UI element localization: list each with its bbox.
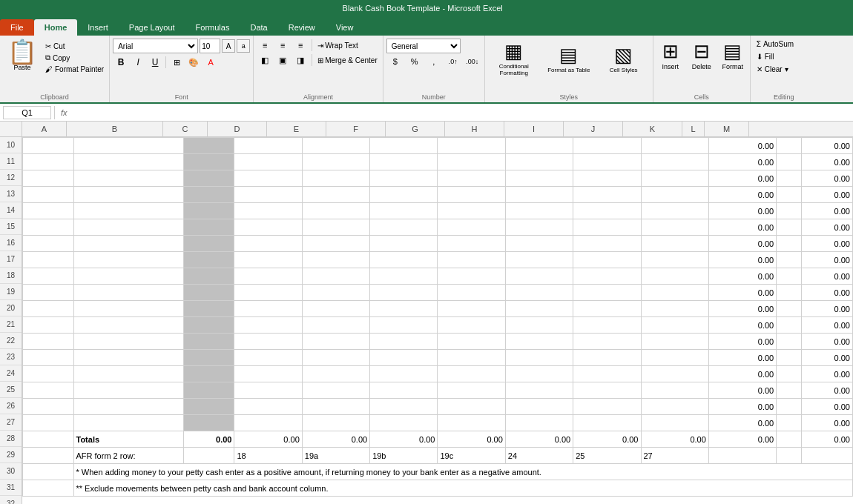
borders-button[interactable]: ⊞: [168, 55, 185, 70]
dec-dec-button[interactable]: .00↓: [464, 55, 481, 68]
cell-M30[interactable]: [802, 448, 853, 464]
table-row[interactable]: 0.000.00: [23, 334, 853, 350]
cell-H30[interactable]: 24: [505, 448, 573, 464]
col-header-K[interactable]: K: [623, 122, 682, 136]
cut-button[interactable]: ✂ Cut: [43, 42, 106, 51]
table-row[interactable]: 0.000.00: [23, 219, 853, 236]
cell-B30[interactable]: AFR form 2 row:: [73, 448, 183, 464]
table-row[interactable]: 0.00 0.00: [23, 154, 853, 170]
col-header-A[interactable]: A: [22, 122, 67, 136]
formula-input[interactable]: [73, 106, 850, 119]
cell-I10[interactable]: [573, 138, 641, 154]
merge-center-button[interactable]: ⊞ Merge & Center: [315, 56, 380, 65]
insert-cells-button[interactable]: ⊞ Insert: [656, 39, 685, 72]
font-size-decrease-button[interactable]: a: [237, 39, 250, 53]
afr-row[interactable]: AFR form 2 row: 18 19a 19b 19c 24 25 27: [23, 448, 853, 464]
table-row[interactable]: 0.000.00: [23, 415, 853, 431]
tab-formulas[interactable]: Formulas: [185, 19, 240, 36]
cell-A10[interactable]: [23, 138, 74, 154]
cell-C11[interactable]: [183, 154, 234, 170]
table-row[interactable]: 0.000.00: [23, 236, 853, 252]
cell-G11[interactable]: [438, 154, 505, 170]
cell-E29[interactable]: 0.00: [302, 431, 369, 448]
dollar-button[interactable]: $: [386, 55, 404, 68]
table-row[interactable]: 0.000.00: [23, 317, 853, 334]
table-row[interactable]: 0.000.00: [23, 170, 853, 187]
cell-J29[interactable]: 0.00: [641, 431, 708, 448]
cell-H10[interactable]: [505, 138, 573, 154]
tab-file[interactable]: File: [0, 19, 34, 36]
autosum-button[interactable]: Σ AutoSum: [754, 39, 814, 50]
copy-button[interactable]: ⧉ Copy: [43, 53, 106, 63]
table-row[interactable]: 0.000.00: [23, 285, 853, 301]
cell-B10[interactable]: [73, 138, 183, 154]
tab-data[interactable]: Data: [240, 19, 277, 36]
format-painter-button[interactable]: 🖌 Format Painter: [43, 64, 106, 74]
cell-K30[interactable]: [708, 448, 776, 464]
cell-F11[interactable]: [370, 154, 438, 170]
cell-B11[interactable]: [73, 154, 183, 170]
comma-button[interactable]: ,: [425, 55, 443, 68]
cell-A30[interactable]: [23, 448, 74, 464]
cell-H11[interactable]: [505, 154, 573, 170]
col-header-F[interactable]: F: [326, 122, 386, 136]
tab-insert[interactable]: Insert: [77, 19, 119, 36]
format-cells-button[interactable]: ▤ Format: [719, 39, 747, 72]
cell-C29[interactable]: 0.00: [183, 431, 234, 448]
col-header-L[interactable]: L: [682, 122, 705, 136]
cell-G29[interactable]: 0.00: [438, 431, 505, 448]
cell-A11[interactable]: [23, 154, 74, 170]
col-header-J[interactable]: J: [564, 122, 623, 136]
bold-button[interactable]: B: [113, 55, 129, 70]
conditional-formatting-button[interactable]: ▦ Conditional Formatting: [488, 39, 540, 78]
clear-button[interactable]: ✕ Clear ▾: [754, 64, 814, 75]
paste-button[interactable]: 📋 Paste: [3, 39, 42, 73]
percent-button[interactable]: %: [406, 55, 424, 68]
cell-K11[interactable]: 0.00: [708, 154, 776, 170]
align-top-center-button[interactable]: ≡: [274, 39, 291, 52]
wrap-text-button[interactable]: ⇥ Wrap Text: [315, 41, 360, 50]
cell-F29[interactable]: 0.00: [370, 431, 438, 448]
col-header-B[interactable]: B: [67, 122, 163, 136]
cell-J30[interactable]: 27: [641, 448, 708, 464]
fill-button[interactable]: ⬇ Fill: [754, 51, 814, 62]
table-row[interactable]: 0.000.00: [23, 399, 853, 415]
tab-home[interactable]: Home: [34, 19, 78, 36]
font-size-input[interactable]: [200, 39, 220, 53]
table-row[interactable]: 0.000.00: [23, 187, 853, 203]
cell-D10[interactable]: [234, 138, 302, 154]
dec-inc-button[interactable]: .0↑: [444, 55, 462, 68]
table-row[interactable]: 0.000.00: [23, 268, 853, 285]
cell-I29[interactable]: 0.00: [573, 431, 641, 448]
cell-K10[interactable]: 0.00: [708, 138, 776, 154]
col-header-I[interactable]: I: [504, 122, 564, 136]
font-name-select[interactable]: Arial: [113, 39, 198, 53]
cell-M29[interactable]: 0.00: [802, 431, 853, 448]
tab-review[interactable]: Review: [278, 19, 326, 36]
col-header-H[interactable]: H: [445, 122, 504, 136]
align-center-button[interactable]: ▣: [274, 53, 291, 67]
cell-C30[interactable]: [183, 448, 234, 464]
col-header-C[interactable]: C: [163, 122, 208, 136]
cell-L29[interactable]: [777, 431, 802, 448]
cell-F10[interactable]: [370, 138, 438, 154]
col-header-M[interactable]: M: [705, 122, 749, 136]
table-row[interactable]: 0.000.00: [23, 382, 853, 399]
delete-cells-button[interactable]: ⊟ Delete: [688, 39, 716, 72]
col-header-G[interactable]: G: [386, 122, 445, 136]
cell-F30[interactable]: 19b: [370, 448, 438, 464]
font-size-increase-button[interactable]: A: [222, 39, 235, 53]
cell-J11[interactable]: [641, 154, 708, 170]
align-left-button[interactable]: ◧: [257, 53, 273, 67]
cell-D30[interactable]: 18: [234, 448, 302, 464]
cell-L11[interactable]: [777, 154, 802, 170]
number-format-select[interactable]: General: [386, 39, 461, 53]
table-row[interactable]: 0.000.00: [23, 203, 853, 219]
totals-row[interactable]: Totals 0.00 0.00 0.00 0.00 0.00 0.00 0.0…: [23, 431, 853, 448]
align-top-left-button[interactable]: ≡: [257, 39, 273, 52]
align-top-right-button[interactable]: ≡: [292, 39, 309, 52]
cell-L10[interactable]: [777, 138, 802, 154]
table-row[interactable]: 0.000.00: [23, 350, 853, 366]
cell-G30[interactable]: 19c: [438, 448, 505, 464]
cell-E11[interactable]: [302, 154, 369, 170]
